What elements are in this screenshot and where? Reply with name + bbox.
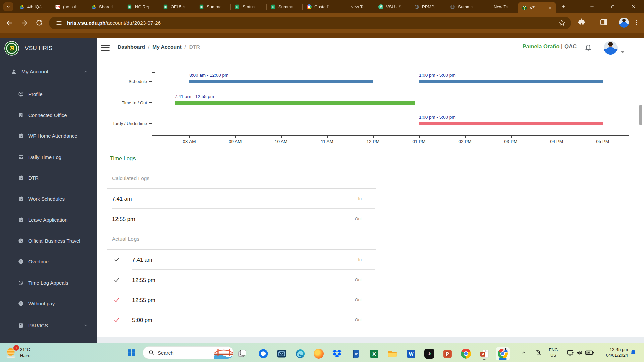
breadcrumb-dashboard[interactable]: Dashboard [118,44,145,50]
sidebar-item-leave-application[interactable]: Leave Application [0,212,97,227]
taskbar-edge-icon[interactable] [293,347,307,360]
browser-tab[interactable]: PPMP- [410,0,446,13]
tab-title: VS [530,5,535,10]
chevron-up-icon [83,69,88,74]
time-logs-title: Time Logs [110,155,136,162]
browser-menu-button[interactable] [633,18,640,27]
taskbar-chat-icon[interactable] [256,347,270,360]
taskbar-task-view-icon[interactable] [235,347,249,360]
browser-tab-active[interactable]: VS [518,2,556,13]
taskbar-folder-icon[interactable] [385,347,399,360]
log-time: 12:55 pm [132,297,155,303]
tab-close-icon[interactable] [547,5,553,10]
account-dropdown-caret[interactable] [621,51,625,53]
sidebar-item-label: Without pay [28,301,55,306]
sidebar-item-overtime[interactable]: Overtime [0,254,97,269]
browser-tab[interactable]: New Ta [482,0,518,13]
browser-tab[interactable]: Summa [195,0,231,13]
taskbar-powerpoint-icon[interactable]: P [440,347,454,360]
sidebar-item-time-log-appeals[interactable]: Time Log Appeals [0,275,97,290]
taskbar-weather-widget[interactable]: 1 31°CHaze [5,346,30,359]
do-not-disturb-button[interactable] [532,348,545,358]
bookmark-star-icon[interactable] [558,19,566,27]
sidebar-item-my-account[interactable]: My Account [0,64,97,79]
language-indicator[interactable]: ENGUS [547,348,560,358]
tab-search-button[interactable] [3,2,13,11]
breadcrumb-my-account[interactable]: My Account [152,44,181,50]
active-indicator [499,358,507,360]
window-close-button[interactable] [623,0,644,13]
taskbar-chrome-icon[interactable] [459,347,473,360]
sidebar-item-par-ics[interactable]: PAR/ICS [0,318,97,333]
taskbar-word-icon[interactable]: W [404,347,418,360]
bell-icon [584,43,593,52]
user-unit: QAC [564,43,577,49]
taskbar-excel-icon[interactable]: X [367,347,381,360]
sidebar-item-without-pay[interactable]: Without pay [0,296,97,311]
tray-expand-button[interactable] [517,348,530,358]
taskbar-tiktok-icon[interactable]: ♪ [422,347,436,360]
log-time: 7:41 am [112,196,132,202]
taskbar-mail-icon[interactable] [275,347,289,360]
window-maximize-button[interactable] [602,0,623,13]
language-line1: ENG [549,348,558,352]
browser-tab[interactable]: (no sub [51,0,87,13]
taskbar-clock[interactable]: 12:45 pm04/01/2024 [597,347,628,358]
sidebar-item-official-business-travel[interactable]: Official Business Travel [0,233,97,248]
weather-condition: Haze [20,353,30,358]
sidebar-item-daily-time-log[interactable]: Daily Time Log [0,149,97,164]
sidebar-item-wf-home-attendance[interactable]: WF Home Attendance [0,128,97,143]
site-info-icon[interactable] [56,20,62,26]
browser-tab[interactable]: Shared [87,0,123,13]
browser-tab[interactable]: 4th IQA [15,0,51,13]
sidebar-item-label: Overtime [28,259,49,264]
user-avatar[interactable] [604,41,618,55]
sidebar-item-connected-office[interactable]: Connected Office [0,108,97,122]
start-button[interactable] [125,348,138,358]
taskbar-firefox-icon[interactable] [312,347,326,360]
chart-y-axis-cap [152,72,155,73]
taskbar-chrome-profile-icon[interactable] [496,347,510,360]
sidebar-item-profile[interactable]: Profile [0,86,97,101]
browser-tab[interactable]: VVSU - S [374,0,410,13]
gmail-icon [55,4,60,9]
new-tab-button[interactable] [559,2,568,11]
vsu-seal-logo-icon [4,41,19,56]
browser-tab[interactable]: Costa P [303,0,338,13]
browser-tab[interactable]: Summa [446,0,482,13]
page-scrollbar[interactable] [639,105,642,125]
browser-tab[interactable]: Status [231,0,267,13]
log-direction: In [358,196,362,201]
forward-button[interactable] [20,19,29,27]
side-panel-icon [600,18,608,26]
address-bar[interactable]: hris.vsu.edu.ph/account/dtr/2023-07-26 [49,17,571,29]
browser-tab[interactable]: New Ta [338,0,374,13]
menu-toggle-button[interactable] [101,44,110,52]
notification-center-button[interactable] [627,348,640,358]
sidebar-item-label: Daily Time Log [28,154,61,160]
battery-button[interactable] [583,348,596,358]
taskbar-dropbox-icon[interactable] [330,347,344,360]
url-host: hris.vsu.edu.ph [67,20,106,26]
browser-tab[interactable]: OFI 5th [159,0,195,13]
svg-text:P: P [446,351,449,356]
reload-button[interactable] [35,19,44,27]
browser-tab[interactable]: Summa [267,0,303,13]
taskbar-powerpoint-file-icon[interactable]: P [477,347,491,360]
back-button[interactable] [5,19,14,27]
id-card-icon [18,323,24,328]
taskbar-book-icon[interactable] [348,347,363,360]
sidebar-item-work-schedules[interactable]: Work Schedules [0,191,97,206]
extensions-button[interactable] [578,18,586,26]
side-panel-button[interactable] [600,18,608,26]
notifications-button[interactable] [584,43,593,52]
speaker-icon [576,349,583,356]
browser-profile-avatar[interactable] [619,18,629,28]
sidebar-item-dtr[interactable]: DTR [0,170,97,185]
browser-tab[interactable]: NC Rep [123,0,159,13]
taskbar-search[interactable]: Search [143,346,234,359]
globe-icon [414,4,419,9]
notifications-off-icon [535,349,542,356]
window-minimize-button[interactable] [582,0,602,13]
chart-bar-label: 1:00 pm - 5:00 pm [419,115,456,120]
